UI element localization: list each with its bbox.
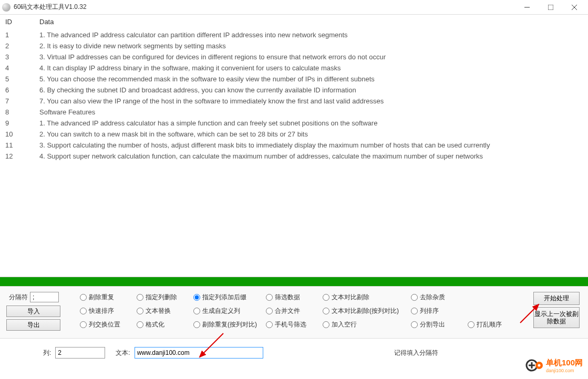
table-row[interactable]: 33. Virtual IP addresses can be configur… bbox=[0, 51, 588, 62]
cell-id: 12 bbox=[0, 151, 34, 162]
cell-id: 8 bbox=[0, 107, 34, 118]
radio-option[interactable]: 手机号筛选 bbox=[266, 320, 318, 329]
table-row[interactable]: 22. It is easy to divide new network seg… bbox=[0, 40, 588, 51]
show-last-removed-button[interactable]: 显示上一次被剔除数据 bbox=[533, 307, 580, 328]
radio-row-2: 快速排序文本替换生成自定义列合并文件文本对比剔除(按列对比)列排序 bbox=[80, 306, 533, 316]
radio-option[interactable]: 合并文件 bbox=[266, 307, 318, 315]
radio-label: 加入空行 bbox=[332, 320, 357, 329]
cell-id: 2 bbox=[0, 40, 34, 51]
radio-label: 格式化 bbox=[146, 320, 164, 329]
cell-id: 4 bbox=[0, 62, 34, 73]
radio-option[interactable]: 快速排序 bbox=[80, 307, 132, 315]
radio-label: 筛选数据 bbox=[275, 293, 300, 302]
text-label: 文本: bbox=[116, 349, 130, 357]
radio-option[interactable]: 加入空行 bbox=[323, 320, 407, 329]
radio-option[interactable]: 指定列添加后缀 bbox=[193, 293, 262, 302]
radio-option[interactable]: 指定列删除 bbox=[137, 293, 189, 302]
table-row[interactable]: 77. You can also view the IP range of th… bbox=[0, 96, 588, 107]
logo-name-en: danji100.com bbox=[546, 368, 583, 373]
separator-bar bbox=[0, 277, 588, 286]
radio-option[interactable]: 格式化 bbox=[137, 320, 189, 329]
logo-name-cn: 单机100网 bbox=[546, 358, 583, 368]
table-row[interactable]: 91. The advanced IP address calculator h… bbox=[0, 118, 588, 129]
radio-label: 手机号筛选 bbox=[275, 320, 306, 329]
radio-option[interactable]: 列交换位置 bbox=[80, 320, 132, 329]
data-grid[interactable]: ID Data 11. The advanced IP address calc… bbox=[0, 15, 588, 277]
radio-label: 打乱顺序 bbox=[477, 320, 502, 329]
column-header-id[interactable]: ID bbox=[0, 15, 34, 29]
radio-option[interactable]: 分割导出 bbox=[411, 320, 463, 329]
cell-data: 3. Support calculating the number of hos… bbox=[34, 140, 588, 151]
cell-id: 6 bbox=[0, 85, 34, 96]
column-input[interactable] bbox=[55, 347, 105, 359]
table-row[interactable]: 124. Support super network calculation f… bbox=[0, 151, 588, 162]
window-title: 60码文本处理工具V1.0.32 bbox=[14, 3, 515, 12]
cell-data: 6. By checking the subnet ID and broadca… bbox=[34, 85, 588, 96]
cell-id: 10 bbox=[0, 129, 34, 140]
radio-label: 文本对比剔除(按列对比) bbox=[332, 307, 399, 315]
start-button[interactable]: 开始处理 bbox=[533, 292, 580, 305]
radio-options: 剔除重复指定列删除指定列添加后缀筛选数据文本对比剔除去除杂质 快速排序文本替换生… bbox=[69, 292, 533, 333]
radio-label: 分割导出 bbox=[420, 320, 445, 329]
cell-data: 4. Support super network calculation fun… bbox=[34, 151, 588, 162]
radio-row-3: 列交换位置格式化剔除重复(按列对比)手机号筛选加入空行分割导出打乱顺序 bbox=[80, 319, 533, 330]
column-label: 列: bbox=[43, 349, 51, 357]
radio-label: 快速排序 bbox=[89, 307, 114, 315]
separator-input[interactable] bbox=[30, 292, 59, 302]
radio-label: 生成自定义列 bbox=[202, 307, 240, 315]
cell-data: 3. Virtual IP addresses can be configure… bbox=[34, 51, 588, 62]
export-button[interactable]: 导出 bbox=[6, 319, 60, 331]
watermark-logo: 单机100网 danji100.com bbox=[525, 356, 583, 375]
radio-option[interactable]: 剔除重复 bbox=[80, 293, 132, 302]
cell-data: 7. You can also view the IP range of the… bbox=[34, 96, 588, 107]
maximize-button[interactable] bbox=[539, 1, 562, 14]
title-bar: 60码文本处理工具V1.0.32 bbox=[0, 0, 588, 15]
radio-label: 合并文件 bbox=[275, 307, 300, 315]
radio-option[interactable]: 生成自定义列 bbox=[193, 307, 262, 315]
radio-row-1: 剔除重复指定列删除指定列添加后缀筛选数据文本对比剔除去除杂质 bbox=[80, 292, 533, 302]
radio-label: 指定列添加后缀 bbox=[202, 293, 246, 302]
radio-label: 指定列删除 bbox=[146, 293, 177, 302]
radio-option[interactable]: 筛选数据 bbox=[266, 293, 318, 302]
radio-label: 文本对比剔除 bbox=[332, 293, 369, 302]
cell-data: 4. It can display IP address binary in t… bbox=[34, 62, 588, 73]
column-header-data[interactable]: Data bbox=[34, 15, 588, 29]
cell-id: 7 bbox=[0, 96, 34, 107]
radio-label: 剔除重复(按列对比) bbox=[202, 320, 257, 329]
radio-label: 剔除重复 bbox=[89, 293, 114, 302]
radio-option[interactable]: 列排序 bbox=[411, 307, 463, 315]
options-panel: 分隔符 导入 导出 剔除重复指定列删除指定列添加后缀筛选数据文本对比剔除去除杂质… bbox=[0, 286, 588, 339]
cell-data: 1. The advanced IP address calculator ha… bbox=[34, 118, 588, 129]
radio-label: 去除杂质 bbox=[420, 293, 445, 302]
bottom-bar: 列: 文本: 记得填入分隔符 bbox=[0, 339, 588, 367]
radio-label: 列排序 bbox=[420, 307, 439, 315]
table-row[interactable]: 8Software Features bbox=[0, 107, 588, 118]
radio-option[interactable]: 文本替换 bbox=[137, 307, 189, 315]
cell-id: 3 bbox=[0, 51, 34, 62]
minimize-button[interactable] bbox=[515, 1, 539, 14]
cell-data: 2. It is easy to divide new network segm… bbox=[34, 40, 588, 51]
radio-option[interactable]: 文本对比剔除(按列对比) bbox=[323, 307, 407, 315]
svg-point-8 bbox=[538, 364, 540, 367]
window-controls bbox=[515, 1, 586, 14]
table-row[interactable]: 44. It can display IP address binary in … bbox=[0, 62, 588, 73]
cell-data: 5. You can choose the recommended mask i… bbox=[34, 73, 588, 85]
table-row[interactable]: 66. By checking the subnet ID and broadc… bbox=[0, 85, 588, 96]
table-row[interactable]: 11. The advanced IP address calculator c… bbox=[0, 29, 588, 41]
table-row[interactable]: 102. You can switch to a new mask bit in… bbox=[0, 129, 588, 140]
text-input[interactable] bbox=[135, 347, 263, 359]
app-icon bbox=[2, 3, 11, 12]
radio-label: 文本替换 bbox=[146, 307, 171, 315]
cell-data: Software Features bbox=[34, 107, 588, 118]
table-row[interactable]: 55. You can choose the recommended mask … bbox=[0, 73, 588, 85]
import-button[interactable]: 导入 bbox=[6, 306, 60, 317]
close-button[interactable] bbox=[562, 1, 586, 14]
cell-data: 1. The advanced IP address calculator ca… bbox=[34, 29, 588, 41]
radio-option[interactable]: 去除杂质 bbox=[411, 293, 463, 302]
table-row[interactable]: 113. Support calculating the number of h… bbox=[0, 140, 588, 151]
logo-icon bbox=[525, 356, 544, 375]
radio-option[interactable]: 打乱顺序 bbox=[468, 320, 520, 329]
right-controls: 开始处理 显示上一次被剔除数据 bbox=[533, 292, 582, 333]
radio-option[interactable]: 剔除重复(按列对比) bbox=[193, 320, 262, 329]
radio-option[interactable]: 文本对比剔除 bbox=[323, 293, 407, 302]
